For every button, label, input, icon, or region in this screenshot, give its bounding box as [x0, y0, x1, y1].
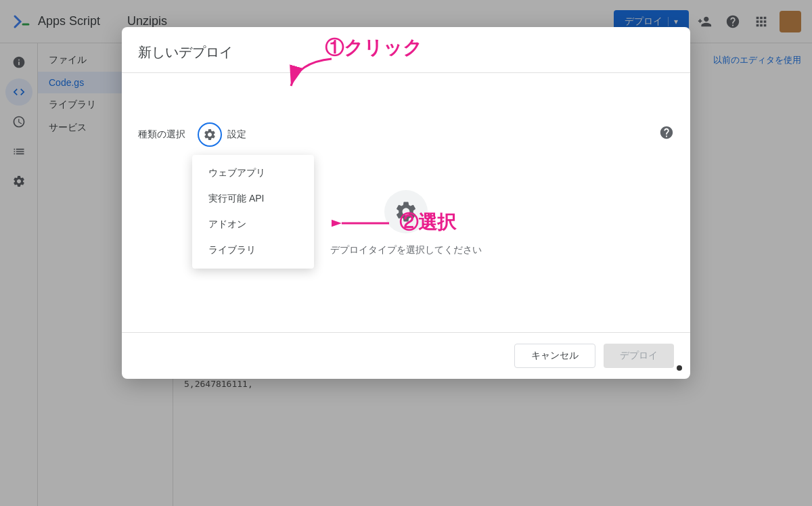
center-content: デプロイタイプを選択してください [330, 163, 482, 283]
type-selector-row: 種類の選択 設定 ウェブアプリ 実行可能 API アドオン ライブラリ [138, 122, 674, 147]
type-gear-button[interactable] [198, 122, 222, 147]
dropdown-api[interactable]: 実行可能 API [192, 186, 314, 212]
type-label: 種類の選択 [138, 129, 192, 141]
dropdown-library[interactable]: ライブラリ [192, 237, 314, 263]
modal-help-icon[interactable] [659, 125, 674, 143]
modal-header: 新しいデプロイ [122, 27, 690, 73]
help-circle-icon [659, 125, 674, 140]
type-dropdown-menu: ウェブアプリ 実行可能 API アドオン ライブラリ [192, 155, 314, 269]
modal-footer: キャンセル デプロイ [122, 332, 690, 379]
modal-overlay: 新しいデプロイ 種類の選択 設定 ウェブアプリ 実行可能 API アドオン ライ… [0, 0, 812, 506]
settings-label: 設定 [227, 129, 246, 141]
center-deploy-text: デプロイタイプを選択してください [330, 244, 482, 256]
center-settings-icon [394, 200, 418, 224]
center-gear-icon [384, 190, 428, 233]
modal-body: 種類の選択 設定 ウェブアプリ 実行可能 API アドオン ライブラリ [122, 73, 690, 332]
deploy-submit-button: デプロイ [604, 344, 674, 368]
cancel-button[interactable]: キャンセル [514, 344, 595, 368]
gear-icon [203, 128, 217, 141]
dropdown-webapp[interactable]: ウェブアプリ [192, 160, 314, 186]
dropdown-addon[interactable]: アドオン [192, 212, 314, 237]
modal: 新しいデプロイ 種類の選択 設定 ウェブアプリ 実行可能 API アドオン ライ… [122, 27, 690, 379]
